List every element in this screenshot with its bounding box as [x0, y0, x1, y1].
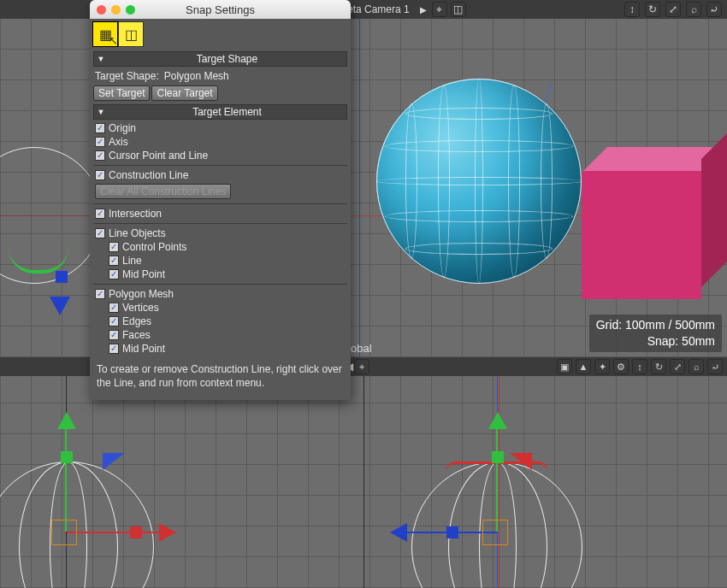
- snap-grid-mode-button[interactable]: ▦↖: [92, 21, 118, 47]
- checkbox-edges[interactable]: ✓: [109, 316, 119, 326]
- opt-faces: Faces: [122, 329, 151, 341]
- snap-object-mode-button[interactable]: ◫: [118, 21, 144, 47]
- section-target-shape[interactable]: ▼ Target Shape: [93, 51, 347, 67]
- opt-vertices: Vertices: [122, 302, 159, 314]
- plane-handle-blue[interactable]: [103, 453, 125, 470]
- axis-y-handle[interactable]: [61, 451, 73, 463]
- close-icon[interactable]: [97, 5, 106, 15]
- checkbox-line-objects[interactable]: ✓: [95, 228, 105, 238]
- checkbox-control-points[interactable]: ✓: [109, 242, 119, 252]
- left-object-gizmo: [0, 147, 103, 318]
- grid-readout-line1: Grid: 100mm / 500mm: [596, 317, 715, 333]
- target-icon[interactable]: ⌖: [432, 2, 447, 17]
- checkbox-intersection[interactable]: ✓: [95, 209, 105, 219]
- opt-origin: Origin: [109, 122, 136, 134]
- opt-line-objects: Line Objects: [109, 227, 166, 239]
- grid-readout-line2: Snap: 50mm: [596, 333, 715, 350]
- move-icon[interactable]: ↕: [624, 2, 640, 17]
- opt-control-points: Control Points: [122, 241, 186, 253]
- opt-intersection: Intersection: [109, 208, 162, 220]
- axis-y-handle-2[interactable]: [492, 451, 504, 463]
- checkbox-vertices[interactable]: ✓: [109, 303, 119, 313]
- panel-titlebar[interactable]: Snap Settings: [90, 0, 351, 19]
- axis-y-arrow-icon: [57, 412, 76, 429]
- axis-z-handle[interactable]: [446, 526, 458, 538]
- sphere-object[interactable]: [376, 79, 582, 284]
- checkbox-midpoint-1[interactable]: ✓: [109, 269, 119, 279]
- target-shape-value: Polygon Mesh: [164, 70, 229, 82]
- opt-cursor: Cursor Point and Line: [109, 150, 208, 162]
- checkbox-midpoint-2[interactable]: ✓: [109, 344, 119, 354]
- tri-icon[interactable]: ▲: [576, 359, 591, 374]
- zoom-icon[interactable]: ⌕: [686, 2, 701, 17]
- cube-object[interactable]: [582, 147, 727, 301]
- checkbox-cursor[interactable]: ✓: [95, 150, 105, 161]
- clear-target-button[interactable]: Clear Target: [151, 85, 217, 101]
- move-icon-2[interactable]: ↕: [632, 359, 647, 374]
- checkbox-faces[interactable]: ✓: [109, 330, 119, 340]
- checkbox-origin[interactable]: ✓: [95, 123, 105, 133]
- scale-icon-2[interactable]: ⤢: [670, 359, 685, 374]
- panel-tool-row: ▦↖ ◫: [90, 19, 351, 50]
- rotate-icon-2[interactable]: ↻: [651, 359, 666, 374]
- opt-axis: Axis: [109, 136, 128, 148]
- plane-handle-red[interactable]: [510, 453, 532, 470]
- viewport-orthographic-row: [0, 376, 727, 588]
- opt-construction: Construction Line: [109, 169, 188, 181]
- reset-icon-2[interactable]: ⤾: [707, 359, 723, 374]
- viewport-front[interactable]: [0, 376, 364, 588]
- checkbox-construction[interactable]: ✓: [95, 170, 105, 180]
- minimize-icon[interactable]: [111, 5, 121, 15]
- zoom-icon-2[interactable]: ⌕: [689, 359, 704, 374]
- rotate-icon[interactable]: ↻: [645, 2, 660, 17]
- chevron-down-icon: ▼: [94, 55, 108, 63]
- axis-x-handle[interactable]: [130, 526, 142, 538]
- snap-settings-panel: Snap Settings ▦↖ ◫ ▼ Target Shape Target…: [90, 0, 351, 400]
- section-target-element[interactable]: ▼ Target Element: [93, 104, 347, 120]
- checkbox-polygon-mesh[interactable]: ✓: [95, 289, 105, 299]
- opt-line: Line: [122, 255, 142, 267]
- coord-space-label-partial: obal: [351, 342, 372, 355]
- panel-footer-text: To create or remove Construction Line, r…: [90, 356, 351, 400]
- grid-readout: Grid: 100mm / 500mm Snap: 50mm: [589, 315, 722, 352]
- camera-next-icon[interactable]: ▶: [420, 5, 427, 15]
- origin-handle-2[interactable]: [482, 520, 508, 545]
- set-target-button[interactable]: Set Target: [93, 85, 150, 101]
- checkbox-axis[interactable]: ✓: [95, 137, 105, 147]
- section-label: Target Shape: [108, 53, 346, 65]
- opt-midpoint-1: Mid Point: [122, 268, 165, 280]
- section-label: Target Element: [108, 106, 346, 118]
- chevron-down-icon: ▼: [94, 108, 108, 116]
- target-shape-key: Target Shape:: [95, 70, 159, 82]
- checkbox-line[interactable]: ✓: [109, 256, 119, 266]
- axis-z-line: [359, 19, 360, 357]
- origin-handle[interactable]: [51, 520, 77, 545]
- opt-polygon-mesh: Polygon Mesh: [109, 288, 174, 300]
- gear-icon[interactable]: ⚙: [613, 359, 629, 374]
- clear-construction-button[interactable]: Clear All Construction Lines: [95, 184, 231, 199]
- axis-y-arrow-icon-2: [488, 412, 507, 429]
- light-icon[interactable]: ✦: [594, 359, 610, 374]
- opt-midpoint-2: Mid Point: [122, 343, 165, 355]
- target-icon-2[interactable]: ⌖: [354, 359, 369, 374]
- viewport-side[interactable]: [364, 376, 728, 588]
- axis-x-arrow-icon: [159, 523, 176, 542]
- axis-z-arrow-icon: [390, 523, 407, 542]
- opt-edges: Edges: [122, 315, 151, 327]
- shade-icon[interactable]: ▣: [557, 359, 572, 374]
- scale-icon[interactable]: ⤢: [665, 2, 681, 17]
- reset-icon[interactable]: ⤾: [706, 2, 722, 17]
- cube-icon[interactable]: ◫: [451, 2, 466, 17]
- maximize-icon[interactable]: [126, 5, 135, 15]
